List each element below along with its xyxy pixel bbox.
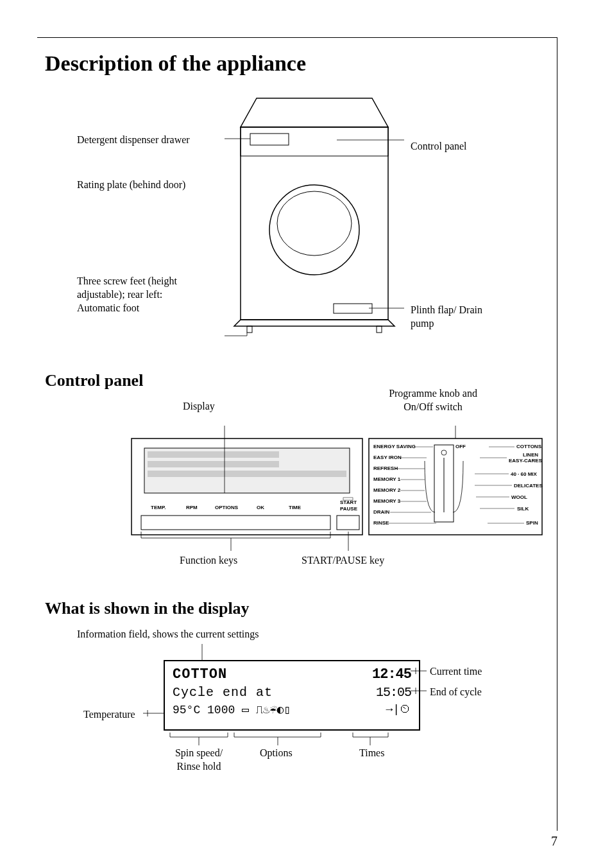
control-panel-heading: Control panel [45,371,567,390]
display-subtitle: Cycle end at [173,685,273,700]
display-time-icons: →|⏲ [386,702,411,716]
display-diagram: Information field, shows the current set… [45,628,567,808]
svg-point-4 [269,185,359,275]
label-plinth: Plinth flap/ Drain pump [411,304,507,331]
svg-text:OK: OK [257,505,264,510]
svg-text:SILK: SILK [517,506,529,512]
label-times: Times [359,747,384,760]
svg-text:MEMORY 3: MEMORY 3 [373,498,401,504]
svg-point-5 [277,191,352,256]
label-options: Options [260,747,293,760]
label-function-keys: Function keys [180,554,237,568]
svg-text:REFRESH: REFRESH [373,465,398,471]
svg-rect-3 [241,127,388,156]
washing-machine-diagram: Detergent dispenser drawer Rating plate … [45,95,567,352]
label-display: Display [183,400,215,413]
svg-rect-21 [141,516,330,530]
display-option-icons: ▭ ⎍♨☔◐▯ [242,704,291,716]
svg-rect-19 [148,461,279,467]
svg-rect-8 [247,326,252,333]
svg-text:MEMORY 2: MEMORY 2 [373,487,401,493]
svg-text:OPTIONS: OPTIONS [215,505,239,510]
display-end-time: 15:05 [376,685,411,700]
svg-text:OFF: OFF [455,444,466,449]
control-panel-icon: TEMP. RPM OPTIONS OK TIME START PAUSE EN… [128,426,545,554]
svg-point-32 [441,450,446,455]
svg-rect-6 [334,304,372,313]
svg-rect-20 [148,471,346,477]
label-feet: Three screw feet (height adjustable); re… [77,275,192,315]
svg-text:TIME: TIME [289,505,302,510]
svg-text:40 · 60 MIX: 40 · 60 MIX [511,471,538,477]
display-heading: What is shown in the display [45,599,567,618]
svg-rect-9 [377,326,382,333]
svg-text:SPIN: SPIN [526,520,538,526]
washing-machine-icon [225,95,404,339]
svg-text:TEMP.: TEMP. [151,505,166,510]
svg-text:EASY-CARES: EASY-CARES [509,458,543,464]
label-current-time: Current time [430,665,482,679]
label-control-panel: Control panel [411,140,507,153]
svg-text:EASY IRON: EASY IRON [373,455,402,460]
svg-text:LINEN: LINEN [523,452,538,458]
display-temp: 95°C [173,704,200,716]
svg-marker-7 [234,320,395,326]
display-screen: COTTON 12:45 Cycle end at 15:05 95°C 100… [164,660,420,731]
svg-text:WOOL: WOOL [511,494,527,500]
display-program: COTTON [173,666,227,682]
label-info-field: Information field, shows the current set… [77,628,259,641]
svg-text:DRAIN: DRAIN [373,509,390,515]
svg-rect-2 [250,134,289,145]
display-current-time: 12:45 [372,666,411,682]
svg-rect-18 [148,451,279,458]
display-spin: 1000 [207,704,235,716]
page-number: 7 [551,834,557,849]
control-panel-diagram: Display Programme knob and On/Off switch… [45,400,567,580]
svg-text:ENERGY SAVING: ENERGY SAVING [373,444,416,449]
svg-text:MEMORY 1: MEMORY 1 [373,476,401,482]
main-heading: Description of the appliance [45,51,567,76]
label-end-of-cycle: End of cycle [430,686,482,699]
label-temperature: Temperature [83,708,135,722]
svg-text:DELICATES: DELICATES [514,483,543,489]
svg-text:RINSE: RINSE [373,520,389,526]
label-rating-plate: Rating plate (behind door) [77,178,192,192]
svg-text:RPM: RPM [186,505,198,510]
label-spin-speed: Spin speed/ Rinse hold [167,747,231,774]
svg-text:START: START [340,499,357,505]
label-start-pause-key: START/PAUSE key [302,554,384,568]
svg-text:COTTONS: COTTONS [516,444,542,449]
label-programme-knob: Programme knob and On/Off switch [378,387,488,414]
svg-rect-22 [337,516,359,530]
label-detergent-drawer: Detergent dispenser drawer [77,134,192,147]
svg-text:PAUSE: PAUSE [340,506,358,512]
svg-marker-0 [241,98,388,127]
